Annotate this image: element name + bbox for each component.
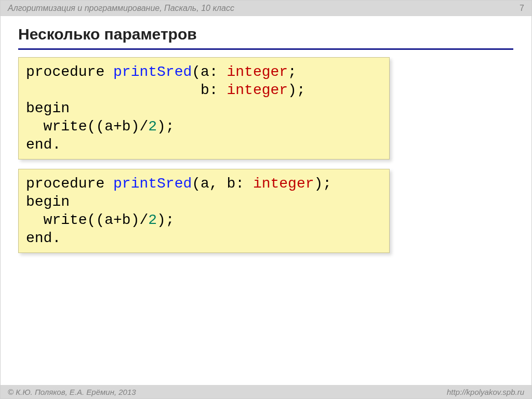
code-text: procedure xyxy=(26,64,113,80)
code-type: integer xyxy=(227,64,288,80)
breadcrumb: Алгоритмизация и программирование, Паска… xyxy=(8,4,234,13)
code-text: ; xyxy=(288,64,297,80)
footer-authors: © К.Ю. Поляков, Е.А. Ерёмин, 2013 xyxy=(8,388,136,396)
code-text: ); xyxy=(288,82,305,98)
code-text: b: xyxy=(26,82,227,98)
code-text: ); xyxy=(157,118,175,135)
code-identifier: printSred xyxy=(113,176,192,192)
code-text: write((a+b)/ xyxy=(26,118,148,135)
code-text: (a: xyxy=(192,64,227,80)
code-block-1: procedure printSred(a: integer; b: integ… xyxy=(18,57,390,159)
code-text: begin xyxy=(26,194,70,210)
code-text: end. xyxy=(26,230,61,246)
page-number: 7 xyxy=(520,4,524,13)
header-bar: Алгоритмизация и программирование, Паска… xyxy=(1,1,531,16)
slide-content: Несколько параметров procedure printSred… xyxy=(1,16,531,253)
code-type: integer xyxy=(253,176,314,192)
footer-link: http://kpolyakov.spb.ru xyxy=(447,388,524,396)
footer-bar: © К.Ю. Поляков, Е.А. Ерёмин, 2013 http:/… xyxy=(1,385,531,398)
code-text: begin xyxy=(26,100,70,116)
code-text: write((a+b)/ xyxy=(26,212,148,228)
code-block-2: procedure printSred(a, b: integer); begi… xyxy=(18,169,390,253)
page-title: Несколько параметров xyxy=(18,25,516,43)
code-identifier: printSred xyxy=(113,64,192,80)
code-type: integer xyxy=(227,82,288,98)
code-text: ); xyxy=(314,176,332,192)
code-text: procedure xyxy=(26,176,113,192)
code-text: end. xyxy=(26,137,61,153)
code-number: 2 xyxy=(148,212,157,228)
title-divider xyxy=(18,48,513,50)
code-text: (a, b: xyxy=(192,176,253,192)
code-number: 2 xyxy=(148,118,157,135)
code-text: ); xyxy=(157,212,175,228)
